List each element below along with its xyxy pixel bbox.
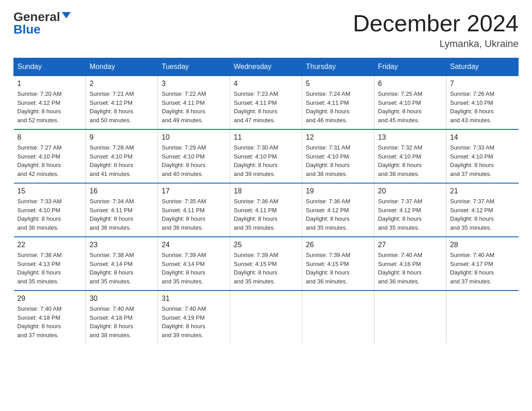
day-number: 26 — [306, 241, 370, 249]
header-row: Sunday Monday Tuesday Wednesday Thursday… — [14, 58, 519, 76]
col-wednesday: Wednesday — [230, 58, 302, 76]
calendar-body: 1 Sunrise: 7:20 AM Sunset: 4:12 PM Dayli… — [14, 76, 519, 344]
month-title: December 2024 — [353, 11, 519, 36]
day-info: Sunrise: 7:28 AM Sunset: 4:10 PM Dayligh… — [90, 143, 154, 178]
calendar-week-3: 15 Sunrise: 7:33 AM Sunset: 4:10 PM Dayl… — [14, 183, 519, 237]
day-info: Sunrise: 7:26 AM Sunset: 4:10 PM Dayligh… — [450, 90, 515, 124]
day-info: Sunrise: 7:29 AM Sunset: 4:10 PM Dayligh… — [162, 143, 226, 178]
day-number: 4 — [234, 80, 298, 88]
day-info: Sunrise: 7:36 AM Sunset: 4:12 PM Dayligh… — [306, 197, 370, 232]
day-number: 28 — [450, 241, 515, 249]
calendar-cell: 16 Sunrise: 7:34 AM Sunset: 4:11 PM Dayl… — [86, 183, 158, 237]
calendar-cell: 3 Sunrise: 7:22 AM Sunset: 4:11 PM Dayli… — [158, 76, 230, 129]
day-number: 12 — [306, 133, 370, 141]
calendar-cell: 19 Sunrise: 7:36 AM Sunset: 4:12 PM Dayl… — [302, 183, 374, 237]
calendar-header: Sunday Monday Tuesday Wednesday Thursday… — [14, 58, 519, 76]
day-info: Sunrise: 7:33 AM Sunset: 4:10 PM Dayligh… — [17, 197, 82, 232]
calendar-cell: 6 Sunrise: 7:25 AM Sunset: 4:10 PM Dayli… — [374, 76, 446, 129]
day-number: 15 — [17, 187, 82, 195]
calendar-table: Sunday Monday Tuesday Wednesday Thursday… — [13, 58, 519, 344]
calendar-cell: 4 Sunrise: 7:23 AM Sunset: 4:11 PM Dayli… — [230, 76, 302, 129]
calendar-week-1: 1 Sunrise: 7:20 AM Sunset: 4:12 PM Dayli… — [14, 76, 519, 129]
calendar-cell — [230, 291, 302, 344]
calendar-cell: 28 Sunrise: 7:40 AM Sunset: 4:17 PM Dayl… — [446, 237, 519, 291]
calendar-cell: 2 Sunrise: 7:21 AM Sunset: 4:12 PM Dayli… — [86, 76, 158, 129]
day-number: 20 — [378, 187, 442, 195]
header: General Blue December 2024 Lymanka, Ukra… — [13, 11, 519, 50]
location: Lymanka, Ukraine — [353, 38, 519, 50]
day-number: 3 — [162, 80, 226, 88]
day-number: 14 — [450, 133, 515, 141]
calendar-cell: 22 Sunrise: 7:38 AM Sunset: 4:13 PM Dayl… — [14, 237, 86, 291]
calendar-week-4: 22 Sunrise: 7:38 AM Sunset: 4:13 PM Dayl… — [14, 237, 519, 291]
day-info: Sunrise: 7:37 AM Sunset: 4:12 PM Dayligh… — [378, 197, 442, 232]
day-number: 25 — [234, 241, 298, 249]
calendar-cell: 24 Sunrise: 7:39 AM Sunset: 4:14 PM Dayl… — [158, 237, 230, 291]
calendar-cell: 9 Sunrise: 7:28 AM Sunset: 4:10 PM Dayli… — [86, 129, 158, 183]
day-info: Sunrise: 7:31 AM Sunset: 4:10 PM Dayligh… — [306, 143, 370, 178]
day-number: 18 — [234, 187, 298, 195]
calendar-cell: 11 Sunrise: 7:30 AM Sunset: 4:10 PM Dayl… — [230, 129, 302, 183]
day-info: Sunrise: 7:38 AM Sunset: 4:14 PM Dayligh… — [90, 251, 154, 286]
day-info: Sunrise: 7:24 AM Sunset: 4:11 PM Dayligh… — [306, 90, 370, 124]
day-info: Sunrise: 7:33 AM Sunset: 4:10 PM Dayligh… — [450, 143, 515, 178]
calendar-cell: 27 Sunrise: 7:40 AM Sunset: 4:16 PM Dayl… — [374, 237, 446, 291]
day-info: Sunrise: 7:20 AM Sunset: 4:12 PM Dayligh… — [17, 90, 82, 124]
day-info: Sunrise: 7:39 AM Sunset: 4:15 PM Dayligh… — [234, 251, 298, 286]
col-monday: Monday — [86, 58, 158, 76]
day-info: Sunrise: 7:36 AM Sunset: 4:11 PM Dayligh… — [234, 197, 298, 232]
day-number: 6 — [378, 80, 442, 88]
day-info: Sunrise: 7:40 AM Sunset: 4:16 PM Dayligh… — [378, 251, 442, 286]
day-info: Sunrise: 7:37 AM Sunset: 4:12 PM Dayligh… — [450, 197, 515, 232]
day-number: 21 — [450, 187, 515, 195]
calendar-cell: 10 Sunrise: 7:29 AM Sunset: 4:10 PM Dayl… — [158, 129, 230, 183]
day-number: 29 — [17, 295, 82, 303]
calendar-cell: 30 Sunrise: 7:40 AM Sunset: 4:18 PM Dayl… — [86, 291, 158, 344]
day-number: 7 — [450, 80, 515, 88]
day-info: Sunrise: 7:23 AM Sunset: 4:11 PM Dayligh… — [234, 90, 298, 124]
calendar-cell: 7 Sunrise: 7:26 AM Sunset: 4:10 PM Dayli… — [446, 76, 519, 129]
day-number: 8 — [17, 133, 82, 141]
day-info: Sunrise: 7:40 AM Sunset: 4:17 PM Dayligh… — [450, 251, 515, 286]
day-number: 31 — [162, 295, 226, 303]
day-info: Sunrise: 7:34 AM Sunset: 4:11 PM Dayligh… — [90, 197, 154, 232]
calendar-cell: 5 Sunrise: 7:24 AM Sunset: 4:11 PM Dayli… — [302, 76, 374, 129]
calendar-cell: 8 Sunrise: 7:27 AM Sunset: 4:10 PM Dayli… — [14, 129, 86, 183]
logo-general-text: General — [13, 11, 60, 23]
calendar-cell: 12 Sunrise: 7:31 AM Sunset: 4:10 PM Dayl… — [302, 129, 374, 183]
day-info: Sunrise: 7:25 AM Sunset: 4:10 PM Dayligh… — [378, 90, 442, 124]
calendar-cell — [446, 291, 519, 344]
calendar-cell — [302, 291, 374, 344]
calendar-cell: 31 Sunrise: 7:40 AM Sunset: 4:19 PM Dayl… — [158, 291, 230, 344]
day-number: 16 — [90, 187, 154, 195]
day-info: Sunrise: 7:40 AM Sunset: 4:18 PM Dayligh… — [90, 304, 154, 339]
day-info: Sunrise: 7:22 AM Sunset: 4:11 PM Dayligh… — [162, 90, 226, 124]
day-info: Sunrise: 7:39 AM Sunset: 4:15 PM Dayligh… — [306, 251, 370, 286]
day-info: Sunrise: 7:27 AM Sunset: 4:10 PM Dayligh… — [17, 143, 82, 178]
day-number: 5 — [306, 80, 370, 88]
day-number: 11 — [234, 133, 298, 141]
day-info: Sunrise: 7:38 AM Sunset: 4:13 PM Dayligh… — [17, 251, 82, 286]
calendar-cell: 18 Sunrise: 7:36 AM Sunset: 4:11 PM Dayl… — [230, 183, 302, 237]
calendar-cell: 14 Sunrise: 7:33 AM Sunset: 4:10 PM Dayl… — [446, 129, 519, 183]
day-info: Sunrise: 7:35 AM Sunset: 4:11 PM Dayligh… — [162, 197, 226, 232]
calendar-cell: 13 Sunrise: 7:32 AM Sunset: 4:10 PM Dayl… — [374, 129, 446, 183]
calendar-cell: 23 Sunrise: 7:38 AM Sunset: 4:14 PM Dayl… — [86, 237, 158, 291]
day-info: Sunrise: 7:40 AM Sunset: 4:19 PM Dayligh… — [162, 304, 226, 339]
calendar-cell: 26 Sunrise: 7:39 AM Sunset: 4:15 PM Dayl… — [302, 237, 374, 291]
calendar-week-5: 29 Sunrise: 7:40 AM Sunset: 4:18 PM Dayl… — [14, 291, 519, 344]
calendar-cell: 20 Sunrise: 7:37 AM Sunset: 4:12 PM Dayl… — [374, 183, 446, 237]
logo-triangle-icon — [62, 12, 71, 18]
calendar-cell: 1 Sunrise: 7:20 AM Sunset: 4:12 PM Dayli… — [14, 76, 86, 129]
day-info: Sunrise: 7:40 AM Sunset: 4:18 PM Dayligh… — [17, 304, 82, 339]
title-area: December 2024 Lymanka, Ukraine — [353, 11, 519, 50]
logo: General Blue — [13, 11, 71, 36]
day-number: 2 — [90, 80, 154, 88]
calendar-week-2: 8 Sunrise: 7:27 AM Sunset: 4:10 PM Dayli… — [14, 129, 519, 183]
day-info: Sunrise: 7:32 AM Sunset: 4:10 PM Dayligh… — [378, 143, 442, 178]
calendar-cell: 17 Sunrise: 7:35 AM Sunset: 4:11 PM Dayl… — [158, 183, 230, 237]
calendar-cell — [374, 291, 446, 344]
day-number: 9 — [90, 133, 154, 141]
day-number: 13 — [378, 133, 442, 141]
calendar-cell: 15 Sunrise: 7:33 AM Sunset: 4:10 PM Dayl… — [14, 183, 86, 237]
